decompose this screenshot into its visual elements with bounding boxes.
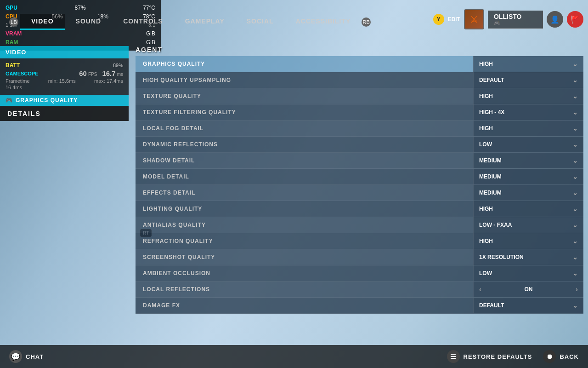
select-value: MEDIUM (479, 190, 502, 196)
settings-row: LIGHTING QUALITY HIGH ⌄ (136, 201, 583, 217)
settings-label: ANTIALIAS QUALITY (136, 218, 473, 232)
tab-accessibility[interactable]: ACCESSIBILITY (285, 14, 362, 30)
chevron-down-icon: ⌄ (572, 76, 578, 84)
settings-label: DAMAGE FX (136, 298, 473, 313)
y-button[interactable]: Y (433, 14, 444, 25)
chevron-down-icon: ⌄ (572, 253, 578, 261)
username-box: OLLISTO 🎮 (488, 11, 543, 29)
settings-select[interactable]: DEFAULT ⌄ (473, 72, 583, 88)
chat-icon: 💬 (9, 350, 22, 363)
settings-label: SCREENSHOT QUALITY (136, 250, 473, 264)
select-value: LOW (479, 270, 492, 276)
settings-row: LOCAL FOG DETAIL HIGH ⌄ (136, 121, 583, 137)
fps-val: 60 FPS 16.7 ms (79, 69, 123, 77)
settings-select[interactable]: LOW - FXAA ⌄ (473, 217, 583, 233)
select-value: HIGH (479, 206, 493, 212)
gamescope-row: GAMESCOPE 60 FPS 16.7 ms (6, 69, 123, 77)
gpu-temp: 77°C (143, 4, 155, 12)
settings-row: TEXTURE FILTERING QUALITY HIGH - 4X ⌄ (136, 104, 583, 121)
chat-button[interactable]: 💬 CHAT (9, 350, 44, 363)
settings-select[interactable]: LOW ⌄ (473, 137, 583, 152)
settings-select[interactable]: HIGH ⌄ (473, 121, 583, 136)
chevron-down-icon: ⌄ (572, 141, 578, 148)
arrow-right-icon[interactable]: › (576, 286, 578, 293)
vram-val: GiB (146, 29, 155, 38)
platform-icon: 🎮 (494, 20, 537, 26)
settings-select[interactable]: HIGH ⌄ (473, 56, 583, 72)
back-icon: ⏺ (543, 350, 556, 363)
settings-select[interactable]: DEFAULT ⌄ (473, 298, 583, 313)
select-value: DEFAULT (479, 77, 504, 83)
chevron-down-icon: ⌄ (572, 189, 578, 196)
chevron-down-icon: ⌄ (572, 237, 578, 245)
rb-badge: RB (362, 17, 371, 27)
graphics-quality-header: 🎮 GRAPHICS QUALITY (0, 95, 129, 106)
select-value: DEFAULT (479, 302, 504, 309)
settings-row: EFFECTS DETAIL MEDIUM ⌄ (136, 185, 583, 201)
back-label: BACK (560, 353, 579, 360)
user-area: Y EDIT ⚔ OLLISTO 🎮 👤 🚩 (433, 9, 583, 29)
tab-video[interactable]: VIDEO (20, 14, 65, 30)
chevron-down-icon: ⌄ (572, 109, 578, 116)
person-icon-button[interactable]: 👤 (547, 11, 563, 28)
chevron-down-icon: ⌄ (572, 92, 578, 100)
chevron-down-icon: ⌄ (572, 157, 578, 164)
select-value: MEDIUM (479, 173, 502, 180)
settings-panel: AGENT GRAPHICS QUALITY HIGH ⌄ HIGH QUALI… (136, 46, 583, 314)
tab-social[interactable]: SOCIAL (236, 14, 285, 30)
select-value: MEDIUM (479, 157, 502, 164)
settings-select[interactable]: HIGH ⌄ (473, 201, 583, 217)
select-value: LOW - FXAA (479, 222, 512, 228)
back-button[interactable]: ⏺ BACK (543, 350, 579, 363)
select-value: 1X RESOLUTION (479, 254, 524, 260)
tab-gameplay[interactable]: GAMEPLAY (174, 14, 236, 30)
select-value: HIGH (479, 61, 493, 67)
user-avatar: ⚔ (464, 9, 484, 29)
chevron-down-icon: ⌄ (572, 125, 578, 132)
batt-val: 89% (113, 63, 123, 68)
details-button[interactable]: DETAILS (0, 106, 129, 121)
flag-icon-button[interactable]: 🚩 (567, 11, 583, 28)
settings-row: GRAPHICS QUALITY HIGH ⌄ (136, 56, 583, 72)
restore-defaults-button[interactable]: ☰ RESTORE DEFAULTS (447, 350, 532, 363)
frametime-last-row: 16.4ms (6, 85, 123, 90)
lb-badge: LB (9, 17, 18, 27)
settings-select[interactable]: 1X RESOLUTION ⌄ (473, 249, 583, 265)
chevron-down-icon: ⌄ (572, 270, 578, 277)
settings-row: SHADOW DETAIL MEDIUM ⌄ (136, 153, 583, 169)
chevron-down-icon: ⌄ (572, 205, 578, 213)
tab-controls[interactable]: CONTROLS (112, 14, 174, 30)
select-value: HIGH - 4X (479, 109, 504, 115)
settings-toggle[interactable]: ‹ ON › (473, 282, 583, 297)
chevron-down-icon: ⌄ (572, 221, 578, 229)
settings-row: AMBIENT OCCLUSION LOW ⌄ (136, 265, 583, 282)
settings-select[interactable]: MEDIUM ⌄ (473, 185, 583, 201)
settings-select[interactable]: LOW ⌄ (473, 265, 583, 281)
edit-button[interactable]: EDIT (448, 16, 460, 23)
tab-sound[interactable]: SOUND (65, 14, 113, 30)
side-panel-header: VIDEO (0, 46, 129, 58)
select-value: LOW (479, 141, 492, 148)
section-title: AGENT (136, 46, 583, 53)
settings-select[interactable]: MEDIUM ⌄ (473, 169, 583, 184)
settings-label: MODEL DETAIL (136, 169, 473, 184)
settings-label: DYNAMIC REFLECTIONS (136, 137, 473, 152)
settings-row: DAMAGE FX DEFAULT ⌄ (136, 298, 583, 314)
frametime-row: Frametime min: 15.6ms max: 17.4ms (6, 78, 123, 84)
settings-select[interactable]: HIGH - 4X ⌄ (473, 104, 583, 120)
settings-row: SCREENSHOT QUALITY 1X RESOLUTION ⌄ (136, 249, 583, 265)
arrow-left-icon[interactable]: ‹ (479, 286, 481, 293)
chevron-down-icon: ⌄ (572, 302, 578, 309)
settings-select[interactable]: HIGH ⌄ (473, 88, 583, 104)
settings-label: TEXTURE QUALITY (136, 89, 473, 104)
settings-select[interactable]: MEDIUM ⌄ (473, 153, 583, 168)
select-value: HIGH (479, 238, 493, 244)
settings-label: TEXTURE FILTERING QUALITY (136, 105, 473, 120)
restore-label: RESTORE DEFAULTS (464, 353, 532, 360)
select-value: HIGH (479, 125, 493, 132)
details-label: DETAILS (7, 110, 41, 117)
side-panel-content: BATT 89% GAMESCOPE 60 FPS 16.7 ms Framet… (0, 58, 129, 95)
settings-select[interactable]: HIGH ⌄ (473, 233, 583, 249)
settings-row: MODEL DETAIL MEDIUM ⌄ (136, 169, 583, 185)
restore-icon: ☰ (447, 350, 460, 363)
